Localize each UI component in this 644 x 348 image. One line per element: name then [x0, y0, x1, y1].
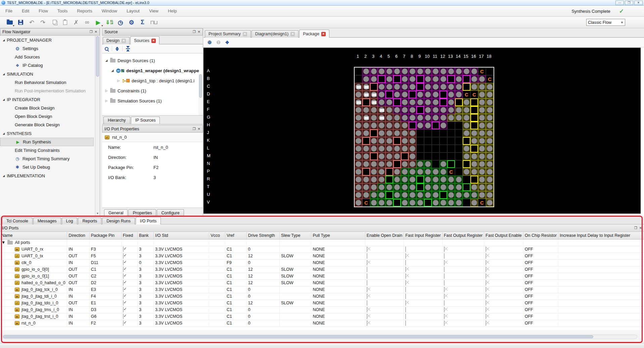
cell-enable_open_drain[interactable] [365, 253, 404, 259]
report-sigma-button[interactable]: Σ [137, 18, 148, 27]
package-pin-cell[interactable] [370, 199, 378, 207]
cell-enable_open_drain[interactable] [365, 246, 404, 253]
cell-fast_output_enable[interactable] [484, 313, 523, 320]
tree-item[interactable]: ▷design1_top : design1 (design1.i [102, 76, 203, 86]
package-pin-cell[interactable] [401, 91, 409, 98]
package-pin-cell[interactable] [455, 145, 463, 153]
fixed-checkbox[interactable] [123, 253, 124, 259]
cell-fast_output_enable[interactable] [484, 246, 523, 253]
cell-fast_output_enable[interactable] [484, 306, 523, 313]
package-pin-cell[interactable] [447, 199, 455, 207]
package-pin-cell[interactable] [478, 114, 486, 122]
package-pin-cell[interactable] [370, 137, 378, 145]
package-pin-cell[interactable] [385, 114, 393, 122]
package-pin-cell[interactable] [401, 129, 409, 137]
package-pin-cell[interactable] [370, 145, 378, 153]
column-header-package_pin[interactable]: Package Pin [89, 232, 121, 239]
package-pin-cell[interactable] [463, 122, 470, 129]
package-pin-cell[interactable] [432, 153, 440, 160]
cell-enable_open_drain[interactable] [365, 279, 404, 286]
package-pin-cell[interactable] [486, 191, 494, 199]
column-header-fast_output_register[interactable]: Fast Output Register [442, 232, 484, 239]
zoom-out-icon[interactable]: ⊖ [217, 39, 221, 45]
package-pin-cell[interactable] [416, 176, 424, 183]
package-pin-cell[interactable] [440, 114, 447, 122]
package-pin-cell[interactable] [424, 68, 432, 75]
scrollbar-thumb[interactable] [96, 36, 99, 77]
cell-enable_open_drain[interactable] [365, 266, 404, 273]
package-pin-cell[interactable] [355, 160, 362, 168]
fast_output_register-checkbox[interactable] [444, 294, 445, 299]
package-pin-cell[interactable] [378, 83, 385, 91]
fixed-checkbox[interactable] [123, 267, 124, 272]
copy-button[interactable] [48, 18, 59, 27]
cell-fast_output_enable[interactable] [484, 273, 523, 279]
menu-item-flow[interactable]: Flow [34, 6, 52, 16]
package-pin-cell[interactable] [432, 114, 440, 122]
package-pin-cell[interactable] [470, 83, 478, 91]
package-pin-cell[interactable] [401, 199, 409, 207]
cell-fast_input_register[interactable] [404, 273, 443, 279]
fast_output_register-checkbox[interactable] [444, 300, 445, 306]
package-pin-cell[interactable] [378, 168, 385, 176]
package-pin-cell[interactable] [455, 199, 463, 207]
flow-section-simulation[interactable]: ◢SIMULATION [0, 70, 95, 78]
cell-fast_input_register[interactable] [404, 253, 443, 259]
tab-design[interactable]: Design✕ [103, 37, 130, 44]
fast_input_register-checkbox[interactable] [405, 280, 406, 286]
package-pin-cell[interactable] [463, 68, 470, 75]
menu-item-reports[interactable]: Reports [72, 6, 97, 16]
fast_input_register-checkbox[interactable] [405, 320, 406, 326]
enable_open_drain-checkbox[interactable] [367, 253, 367, 259]
flow-item-open-block-design[interactable]: Open Block Design [0, 112, 95, 121]
package-pin-cell[interactable] [424, 168, 432, 176]
cell-enable_open_drain[interactable] [365, 313, 404, 320]
package-pin-cell[interactable] [355, 83, 362, 91]
package-pin-cell[interactable] [486, 153, 494, 160]
settings-gear-button[interactable]: ⚙ [126, 18, 137, 27]
package-pin-cell[interactable] [393, 160, 401, 168]
package-pin-cell[interactable] [432, 106, 440, 114]
package-pin-cell[interactable] [470, 183, 478, 191]
cell-fast_output_register[interactable] [442, 266, 484, 273]
package-pin-cell[interactable] [409, 153, 416, 160]
package-pin-cell[interactable] [385, 137, 393, 145]
package-pin-cell[interactable] [432, 68, 440, 75]
package-pin-cell[interactable] [463, 160, 470, 168]
package-pin-cell[interactable] [424, 145, 432, 153]
package-pin-cell[interactable] [463, 114, 470, 122]
fast_input_register-checkbox[interactable] [405, 314, 406, 319]
package-pin-cell[interactable] [447, 129, 455, 137]
package-pin-cell[interactable] [362, 83, 370, 91]
package-pin-cell[interactable] [355, 68, 362, 75]
bottom-tab-messages[interactable]: Messages [33, 218, 61, 224]
fast_output_enable-checkbox[interactable] [486, 280, 486, 286]
package-pin-cell[interactable] [447, 183, 455, 191]
cell-fixed[interactable] [121, 293, 137, 300]
package-pin-cell[interactable] [355, 145, 362, 153]
enable_open_drain-checkbox[interactable] [367, 273, 367, 279]
column-header-fast_input_register[interactable]: Fast Input Register [404, 232, 443, 239]
cell-fast_output_enable[interactable] [484, 300, 523, 306]
cell-fixed[interactable] [121, 306, 137, 313]
package-pin-cell[interactable] [393, 153, 401, 160]
fast_output_register-checkbox[interactable] [444, 314, 445, 319]
package-pin-cell[interactable] [393, 168, 401, 176]
package-pin-cell[interactable] [385, 129, 393, 137]
package-pin-cell[interactable] [463, 75, 470, 83]
enable_open_drain-checkbox[interactable] [367, 287, 367, 292]
package-pin-cell[interactable] [470, 137, 478, 145]
package-pin-cell[interactable] [440, 68, 447, 75]
package-pin-cell[interactable] [463, 153, 470, 160]
close-panel-icon[interactable]: ✕ [639, 226, 642, 230]
package-pin-cell[interactable] [463, 191, 470, 199]
tab-general[interactable]: General [104, 209, 128, 217]
flow-section-ip integrator[interactable]: ◢IP INTEGRATOR [0, 95, 95, 104]
column-header-increase_input_delay[interactable]: Increase Input Delay to Input Register [558, 232, 644, 239]
float-panel-icon[interactable]: ❐ [193, 30, 196, 34]
package-pin-cell[interactable] [409, 145, 416, 153]
package-pin-cell[interactable] [393, 98, 401, 106]
cell-fast_output_enable[interactable] [484, 266, 523, 273]
cell-fast_output_enable[interactable] [484, 253, 523, 259]
fast_output_enable-checkbox[interactable] [486, 307, 486, 312]
